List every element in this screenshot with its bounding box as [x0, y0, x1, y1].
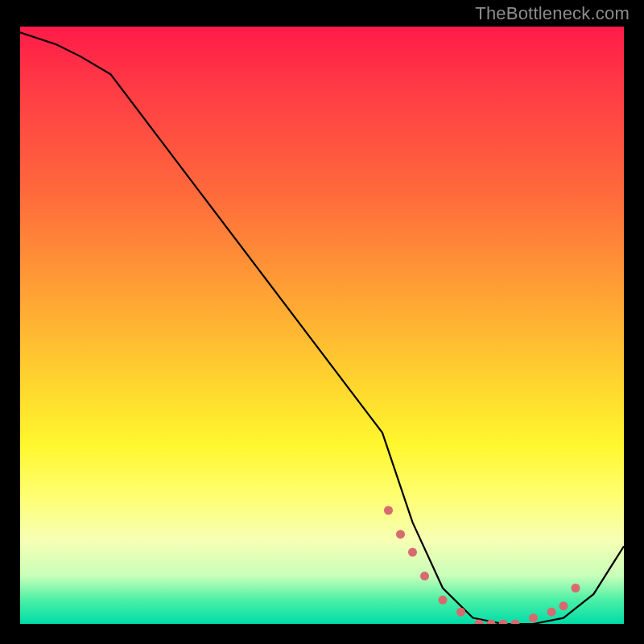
highlight-dot — [408, 548, 417, 557]
highlight-dot — [559, 601, 568, 610]
highlight-dot — [456, 608, 465, 617]
chart-frame: TheBottleneck.com — [0, 0, 644, 644]
plot-area — [20, 27, 624, 624]
highlight-dot — [396, 530, 405, 539]
highlight-dot — [439, 596, 448, 605]
attribution-label: TheBottleneck.com — [475, 3, 630, 24]
curve-layer — [20, 27, 624, 624]
highlight-dot — [547, 608, 556, 617]
highlight-dot — [511, 620, 520, 625]
highlight-dot — [572, 584, 580, 592]
highlight-dot — [384, 506, 393, 515]
highlight-dot — [499, 620, 508, 625]
highlight-dot — [529, 613, 538, 622]
bottleneck-curve-path — [20, 32, 624, 624]
highlight-dot — [420, 572, 429, 580]
